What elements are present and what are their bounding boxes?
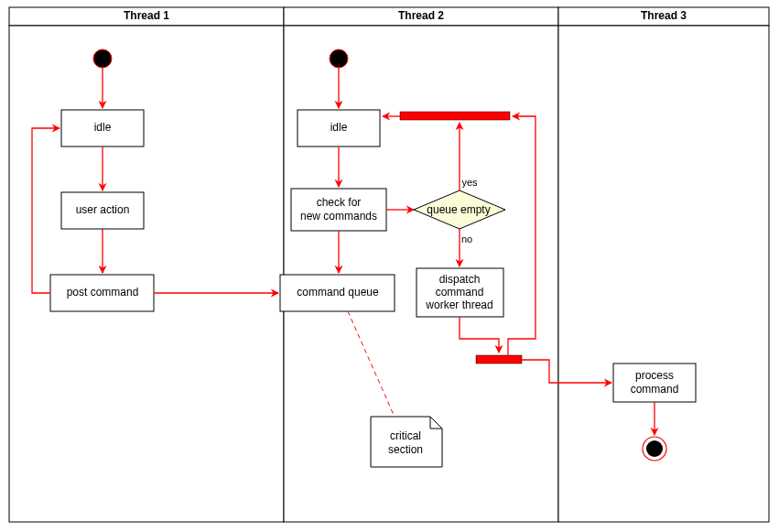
svg-text:check for: check for — [317, 196, 362, 209]
initial-node-thread-2 — [330, 49, 348, 68]
sync-bar-top — [400, 112, 510, 120]
svg-text:command queue: command queue — [297, 286, 379, 299]
svg-point-13 — [330, 49, 348, 68]
svg-text:queue empty: queue empty — [427, 203, 490, 216]
edge-label-no: no — [461, 233, 472, 244]
svg-text:idle: idle — [330, 121, 348, 134]
swimlane-title-1: Thread 1 — [124, 9, 169, 22]
initial-node-thread-1 — [93, 49, 112, 68]
svg-text:post command: post command — [67, 286, 139, 299]
svg-text:worker thread: worker thread — [425, 299, 492, 311]
activity-command-queue: command queue — [280, 275, 395, 311]
activity-idle-thread-2: idle — [298, 110, 380, 147]
svg-text:dispatch: dispatch — [439, 273, 481, 286]
svg-text:new commands: new commands — [300, 210, 377, 223]
activity-post-command: post command — [50, 275, 154, 311]
svg-rect-1 — [9, 26, 284, 522]
svg-text:process: process — [635, 369, 674, 382]
swimlane-title-3: Thread 3 — [641, 9, 687, 22]
svg-text:user action: user action — [76, 203, 130, 216]
note-critical-section: critical section — [371, 417, 442, 467]
svg-point-6 — [93, 49, 112, 68]
svg-point-33 — [646, 440, 663, 457]
svg-text:command: command — [436, 286, 484, 299]
swimlane-thread-1: Thread 1 — [9, 7, 284, 522]
activity-diagram: Thread 1 Thread 2 Thread 3 idle user act… — [0, 0, 779, 532]
svg-text:section: section — [388, 443, 423, 456]
svg-text:idle: idle — [94, 121, 112, 134]
sync-bar-bottom — [476, 355, 522, 364]
swimlane-title-2: Thread 2 — [398, 9, 444, 22]
activity-user-action: user action — [61, 192, 144, 229]
activity-check-new-commands: check for new commands — [291, 189, 386, 231]
activity-idle-thread-1: idle — [61, 110, 144, 147]
svg-text:critical: critical — [390, 429, 421, 442]
final-node-thread-3 — [643, 437, 666, 461]
svg-text:command: command — [631, 383, 679, 396]
edge-label-yes: yes — [461, 177, 478, 188]
activity-process-command: process command — [613, 364, 696, 402]
activity-dispatch-command: dispatch command worker thread — [417, 268, 503, 317]
